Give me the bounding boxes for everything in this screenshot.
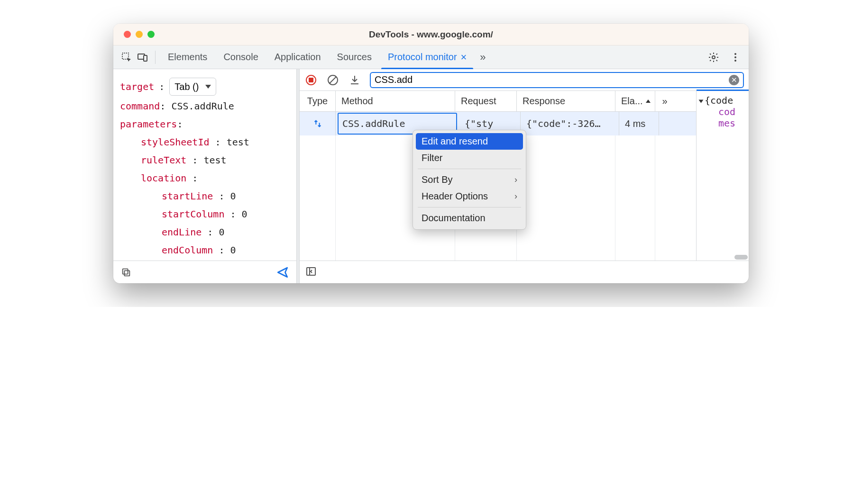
tab-application[interactable]: Application	[268, 45, 328, 69]
svg-point-6	[734, 60, 736, 62]
close-window-button[interactable]	[124, 31, 131, 38]
menu-sort-by[interactable]: Sort By›	[416, 171, 523, 188]
toggle-drawer-icon[interactable]	[305, 266, 317, 279]
param-value: test	[227, 136, 249, 148]
cell-elapsed[interactable]: 4 ms	[619, 112, 659, 135]
protocol-log-pane: ✕ Type Method Request Response Ela... »	[300, 69, 749, 283]
menu-edit-resend[interactable]: Edit and resend	[416, 133, 523, 150]
tab-elements[interactable]: Elements	[161, 45, 214, 69]
col-more[interactable]: »	[655, 91, 674, 111]
svg-rect-10	[309, 78, 313, 82]
window-title: DevTools - www.google.com/	[113, 29, 749, 40]
context-menu: Edit and resend Filter Sort By› Header O…	[413, 130, 526, 230]
command-label: command	[120, 100, 160, 112]
command-editor[interactable]: target: Tab () command: CSS.addRule para…	[113, 69, 296, 261]
col-request[interactable]: Request	[455, 91, 517, 111]
tab-console[interactable]: Console	[217, 45, 265, 69]
inspect-element-icon[interactable]	[120, 51, 133, 64]
maximize-window-button[interactable]	[147, 31, 155, 38]
menu-documentation[interactable]: Documentation	[416, 210, 523, 226]
param-key: startLine	[162, 190, 213, 202]
download-icon[interactable]	[348, 73, 361, 87]
cell-more	[659, 112, 678, 135]
param-key: ruleText	[141, 154, 186, 166]
param-key: styleSheetId	[141, 136, 210, 148]
sort-ascending-icon	[646, 99, 651, 103]
svg-point-4	[734, 53, 736, 55]
traffic-lights	[113, 31, 155, 38]
tab-label: Application	[275, 52, 321, 63]
svg-line-12	[330, 77, 336, 83]
col-type[interactable]: Type	[300, 91, 336, 111]
param-key: endColumn	[162, 244, 213, 256]
param-value: 0	[242, 208, 248, 220]
param-key: location	[141, 172, 186, 184]
detail-text: {code	[705, 95, 733, 106]
chevron-right-icon: ›	[514, 191, 517, 201]
detail-key: mes	[718, 117, 735, 129]
target-label: target	[120, 79, 154, 94]
parameters-label: parameters	[120, 118, 177, 130]
table-body: CSS.addRule {"sty {"code":-326… 4 ms Edi…	[300, 112, 696, 261]
cell-response[interactable]: {"code":-326…	[521, 112, 619, 135]
send-command-icon[interactable]	[276, 266, 289, 279]
main-area: target: Tab () command: CSS.addRule para…	[113, 69, 749, 283]
scrollbar-thumb[interactable]	[734, 255, 748, 260]
detail-key: cod	[718, 106, 735, 117]
col-response[interactable]: Response	[517, 91, 615, 111]
target-dropdown[interactable]: Tab ()	[169, 78, 216, 96]
clear-icon[interactable]	[326, 73, 339, 87]
filter-input-wrap: ✕	[370, 72, 744, 88]
param-value: 0	[230, 244, 236, 256]
tabbar-right	[707, 51, 742, 64]
command-value: CSS.addRule	[171, 100, 234, 112]
tabbar: Elements Console Application Sources Pro…	[113, 45, 749, 69]
kebab-menu-icon[interactable]	[729, 51, 742, 64]
chevron-down-icon	[205, 85, 211, 89]
svg-rect-7	[124, 270, 129, 276]
svg-point-5	[734, 56, 736, 58]
tab-protocol-monitor[interactable]: Protocol monitor ×	[381, 45, 473, 69]
devtools-window: DevTools - www.google.com/ Elements Cons…	[113, 24, 749, 283]
param-value: test	[203, 154, 226, 166]
device-toolbar-icon[interactable]	[136, 51, 149, 64]
svg-rect-8	[123, 269, 128, 274]
record-icon[interactable]	[304, 73, 318, 87]
clear-filter-icon[interactable]: ✕	[729, 75, 739, 85]
log-toolbar: ✕	[300, 69, 749, 91]
menu-separator	[418, 169, 521, 169]
titlebar: DevTools - www.google.com/	[113, 24, 749, 45]
param-value: 0	[230, 190, 236, 202]
tab-label: Console	[223, 52, 258, 63]
minimize-window-button[interactable]	[136, 31, 143, 38]
more-tabs-icon[interactable]: »	[476, 51, 489, 64]
separator	[155, 51, 156, 64]
tab-label: Protocol monitor	[388, 52, 457, 63]
param-key: startColumn	[162, 208, 224, 220]
copy-icon[interactable]	[121, 267, 131, 278]
table-header: Type Method Request Response Ela... »	[300, 91, 696, 112]
log-table: Type Method Request Response Ela... »	[300, 91, 697, 261]
expand-icon[interactable]	[699, 99, 704, 103]
chevron-right-icon: ›	[514, 175, 517, 185]
col-elapsed[interactable]: Ela...	[615, 91, 655, 111]
tab-label: Sources	[337, 52, 372, 63]
detail-pane[interactable]: {code cod mes	[697, 90, 749, 261]
message-direction-icon	[300, 112, 336, 135]
param-value: 0	[219, 226, 224, 238]
svg-point-3	[712, 56, 715, 59]
filter-input[interactable]	[375, 74, 725, 85]
menu-separator	[418, 207, 521, 207]
tab-sources[interactable]: Sources	[330, 45, 378, 69]
target-value: Tab ()	[174, 79, 199, 94]
log-body: Type Method Request Response Ela... »	[300, 91, 749, 261]
menu-filter[interactable]: Filter	[416, 150, 523, 166]
svg-rect-2	[144, 55, 147, 61]
tab-label: Elements	[168, 52, 207, 63]
col-method[interactable]: Method	[336, 91, 455, 111]
menu-header-options[interactable]: Header Options›	[416, 188, 523, 205]
settings-icon[interactable]	[707, 51, 720, 64]
close-tab-icon[interactable]: ×	[461, 52, 467, 63]
param-key: endLine	[162, 226, 202, 238]
log-footer	[300, 261, 749, 283]
